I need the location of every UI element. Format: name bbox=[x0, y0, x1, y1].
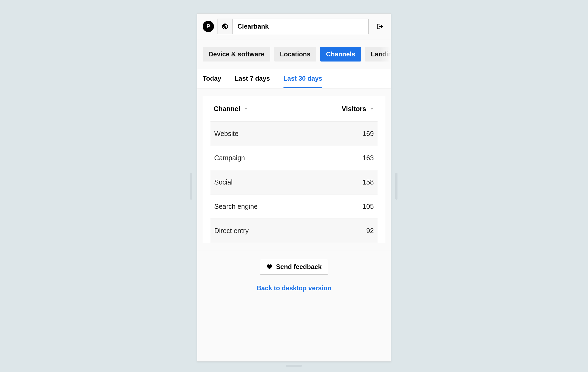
globe-icon bbox=[217, 19, 233, 34]
row-value: 158 bbox=[362, 178, 374, 186]
table-row: Direct entry 92 bbox=[210, 219, 378, 243]
table-row: Website 169 bbox=[210, 121, 378, 146]
resize-handle-left[interactable] bbox=[190, 173, 192, 200]
row-label: Website bbox=[214, 130, 238, 138]
date-tab-today[interactable]: Today bbox=[203, 69, 221, 88]
send-feedback-button[interactable]: Send feedback bbox=[260, 259, 328, 275]
row-label: Direct entry bbox=[214, 227, 249, 235]
content-area: Channel Visitors Website 169 bbox=[197, 88, 391, 251]
back-to-desktop-link[interactable]: Back to desktop version bbox=[203, 284, 385, 292]
table-body: Website 169 Campaign 163 Social 158 Sear… bbox=[203, 121, 385, 243]
tab-landing-pages[interactable]: Landing pages bbox=[365, 47, 391, 62]
table-row: Social 158 bbox=[210, 170, 378, 194]
site-name: Clearbank bbox=[233, 23, 274, 30]
feedback-label: Send feedback bbox=[276, 263, 321, 271]
tab-locations[interactable]: Locations bbox=[274, 47, 316, 62]
row-label: Search engine bbox=[214, 203, 258, 210]
chevron-down-icon bbox=[244, 107, 248, 111]
table-header: Channel Visitors bbox=[203, 96, 385, 121]
chevron-down-icon bbox=[369, 107, 374, 111]
logo-letter: P bbox=[206, 23, 210, 30]
table-row: Campaign 163 bbox=[210, 146, 378, 170]
app-logo[interactable]: P bbox=[203, 21, 214, 32]
app-frame: P Clearbank Device & software Locations … bbox=[197, 13, 391, 361]
resize-handle-bottom[interactable] bbox=[286, 365, 302, 367]
row-value: 105 bbox=[362, 203, 374, 210]
resize-handle-right[interactable] bbox=[395, 173, 397, 200]
tab-channels[interactable]: Channels bbox=[320, 47, 361, 62]
row-value: 92 bbox=[366, 227, 374, 235]
logout-icon bbox=[376, 23, 383, 30]
topbar: P Clearbank bbox=[197, 14, 391, 39]
column-visitors-header[interactable]: Visitors bbox=[342, 105, 374, 113]
row-value: 163 bbox=[362, 154, 374, 162]
heart-icon bbox=[266, 264, 273, 270]
row-value: 169 bbox=[362, 130, 374, 138]
footer: Send feedback Back to desktop version bbox=[197, 251, 391, 303]
date-tab-last-7-days[interactable]: Last 7 days bbox=[235, 69, 270, 88]
column-visitors-label: Visitors bbox=[342, 105, 366, 113]
tab-device-software[interactable]: Device & software bbox=[203, 47, 270, 62]
date-tab-last-30-days[interactable]: Last 30 days bbox=[283, 69, 322, 88]
category-tabs: Device & software Locations Channels Lan… bbox=[197, 39, 391, 69]
table-row: Search engine 105 bbox=[210, 194, 378, 219]
site-selector[interactable]: Clearbank bbox=[217, 19, 369, 34]
row-label: Campaign bbox=[214, 154, 245, 162]
column-channel-header[interactable]: Channel bbox=[214, 105, 248, 113]
date-range-tabs: Today Last 7 days Last 30 days bbox=[197, 69, 391, 88]
row-label: Social bbox=[214, 178, 233, 186]
column-channel-label: Channel bbox=[214, 105, 240, 113]
channels-card: Channel Visitors Website 169 bbox=[203, 96, 385, 243]
logout-button[interactable] bbox=[375, 21, 385, 32]
